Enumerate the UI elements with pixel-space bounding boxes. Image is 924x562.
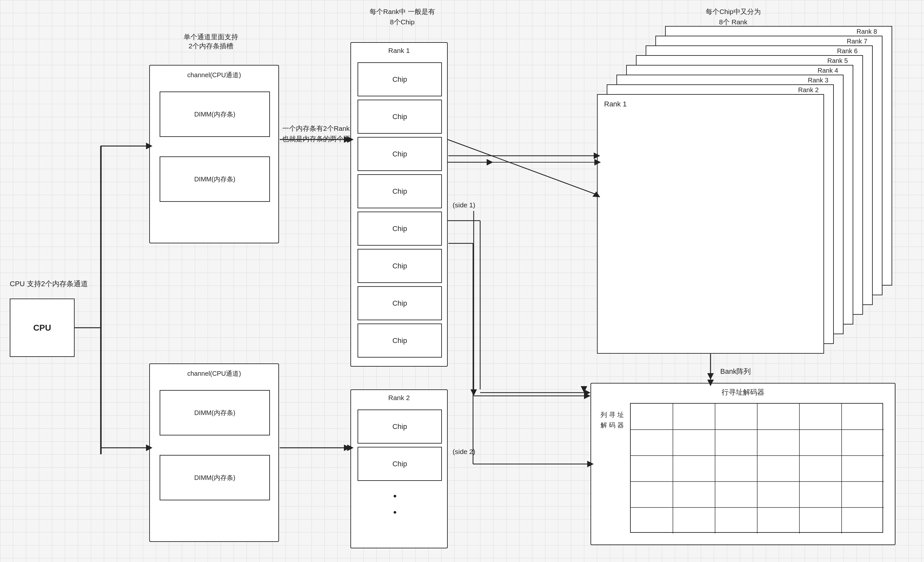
- bank-label: Bank阵列: [720, 367, 751, 376]
- grid-area: [630, 403, 883, 533]
- side2-label: (side 2): [453, 448, 475, 455]
- chip5: Chip: [357, 212, 442, 246]
- rank2-chip2: Chip: [357, 447, 442, 481]
- rank2-chip1: Chip: [357, 409, 442, 443]
- rank6-label: Rank 6: [837, 47, 858, 55]
- stacked-rank1: Rank 1: [597, 94, 824, 354]
- chip4-label: Chip: [392, 187, 407, 196]
- svg-marker-9: [487, 159, 493, 165]
- bottom-dimm2-label: DIMM(内存条): [194, 473, 236, 482]
- chip1: Chip: [357, 62, 442, 96]
- top-dimm2-label: DIMM(内存条): [194, 175, 236, 184]
- rank3-label: Rank 3: [808, 77, 828, 84]
- cpu-support-label: CPU 支持2个内存条通道: [10, 279, 88, 289]
- col-decoder-label: 列 寻 址 解 码 器: [598, 409, 627, 430]
- rank2-dots2: •: [393, 507, 397, 518]
- bottom-dimm2-box: DIMM(内存条): [160, 455, 270, 500]
- svg-marker-16: [344, 445, 350, 451]
- chip4: Chip: [357, 174, 442, 208]
- chip6: Chip: [357, 249, 442, 283]
- chip2-label: Chip: [392, 113, 407, 121]
- rank1-stacked-label: Rank 1: [604, 100, 627, 108]
- rank1-title: Rank 1: [351, 47, 447, 54]
- bottom-channel-box: channel(CPU通道) DIMM(内存条) DIMM(内存条): [149, 364, 279, 542]
- channel-desc-label: 单个通道里面支持 2个内存条插槽: [143, 32, 279, 51]
- svg-marker-14: [584, 389, 591, 396]
- rank4-label: Rank 4: [818, 67, 838, 74]
- top-dimm2-box: DIMM(内存条): [160, 156, 270, 202]
- cpu-box: CPU: [10, 299, 75, 357]
- top-dimm1-label: DIMM(内存条): [194, 110, 236, 119]
- chip3: Chip: [357, 137, 442, 171]
- rank2-chip2-label: Chip: [392, 460, 407, 468]
- rank2-stacked-label: Rank 2: [798, 86, 819, 94]
- svg-marker-24: [707, 373, 714, 380]
- rank-desc-label: 每个Rank中 一般是有 8个Chip: [350, 6, 454, 27]
- chip3-label: Chip: [392, 150, 407, 158]
- top-channel-box: channel(CPU通道) DIMM(内存条) DIMM(内存条): [149, 65, 279, 243]
- chip6-label: Chip: [392, 262, 407, 270]
- bank-array-outer: 行寻址解码器 列 寻 址 解 码 器: [591, 383, 896, 545]
- bottom-dimm1-label: DIMM(内存条): [194, 409, 236, 417]
- rank5-label: Rank 5: [827, 57, 848, 65]
- bottom-channel-label: channel(CPU通道): [150, 369, 278, 378]
- svg-marker-20: [470, 389, 477, 396]
- rank2-block: Rank 2 Chip Chip • •: [350, 389, 448, 548]
- chip7: Chip: [357, 286, 442, 320]
- chip-desc-label: 每个Chip中又分为 8个 Rank: [681, 6, 785, 27]
- top-channel-label: channel(CPU通道): [150, 71, 278, 80]
- chip8: Chip: [357, 323, 442, 358]
- side1-label: (side 1): [453, 201, 475, 209]
- svg-marker-22: [584, 393, 591, 399]
- diagram-canvas: CPU 支持2个内存条通道 CPU channel(CPU通道) DIMM(内存…: [0, 0, 924, 562]
- rank2-dots: •: [393, 491, 397, 502]
- top-dimm1-box: DIMM(内存条): [160, 92, 270, 137]
- chip2: Chip: [357, 100, 442, 134]
- rank1-block: Rank 1 Chip Chip Chip Chip Chip Chip Chi…: [350, 42, 448, 367]
- rank2-chip1-label: Chip: [392, 422, 407, 431]
- svg-line-17: [448, 140, 597, 195]
- chip7-label: Chip: [392, 299, 407, 308]
- chip1-label: Chip: [392, 75, 407, 84]
- rank2-title: Rank 2: [351, 394, 447, 402]
- chip8-label: Chip: [392, 337, 407, 345]
- cpu-label: CPU: [33, 323, 51, 333]
- chip5-label: Chip: [392, 225, 407, 233]
- rank7-label: Rank 7: [847, 38, 867, 45]
- bottom-dimm1-box: DIMM(内存条): [160, 390, 270, 436]
- rank8-label: Rank 8: [856, 28, 877, 35]
- svg-marker-12: [581, 386, 587, 393]
- row-decoder-label: 行寻址解码器: [591, 388, 895, 397]
